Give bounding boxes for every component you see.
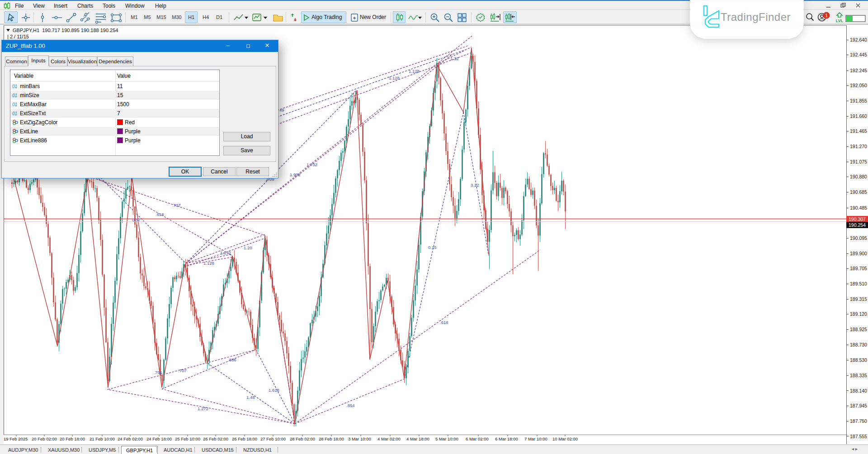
svg-text:26 Feb 02:00: 26 Feb 02:00 [203,436,228,441]
svg-text:1.20: 1.20 [244,245,252,250]
svg-text:0.15: 0.15 [428,245,437,250]
svg-text:1.48: 1.48 [246,395,255,400]
svg-text:.707: .707 [172,203,181,208]
svg-text:1.272: 1.272 [220,250,231,255]
svg-text:190.095: 190.095 [850,235,867,241]
svg-text:49: 49 [279,108,284,112]
svg-text:1.128: 1.128 [203,261,214,266]
svg-text:189.900: 189.900 [850,251,867,256]
svg-text:188.925: 188.925 [850,327,867,332]
svg-text:189.705: 189.705 [850,266,867,271]
svg-text:1.902: 1.902 [290,172,301,177]
svg-text:4 Mar 02:00: 4 Mar 02:00 [377,436,401,441]
svg-text:191.660: 191.660 [850,113,867,119]
svg-text:20 Feb 02:00: 20 Feb 02:00 [32,436,57,441]
svg-text:.756: .756 [154,370,162,375]
svg-text:191.465: 191.465 [850,128,867,134]
svg-text:19 Feb 2025: 19 Feb 2025 [4,436,28,441]
svg-text:GBPJPY,H1 190.717 190.895 190: GBPJPY,H1 190.717 190.895 190.188 190.25… [13,28,118,33]
svg-text:7 Mar 10:00: 7 Mar 10:00 [524,436,547,441]
svg-text:01: 01 [12,102,17,107]
svg-text:1.732: 1.732 [307,162,317,167]
svg-text:187.750: 187.750 [850,418,867,424]
svg-text:189.315: 189.315 [850,296,867,302]
svg-text:01: 01 [12,84,17,89]
svg-text:| 2 / 11/15: | 2 / 11/15 [7,34,29,39]
svg-text:10 Mar 02:00: 10 Mar 02:00 [552,436,578,441]
svg-text:191.855: 191.855 [850,98,867,103]
svg-text:190.880: 190.880 [850,174,867,179]
svg-text:01: 01 [12,93,17,98]
svg-text:4 Mar 18:00: 4 Mar 18:00 [406,436,429,441]
svg-text:188.140: 188.140 [850,388,867,393]
svg-text:190.685: 190.685 [850,189,867,195]
svg-text:1.128: 1.128 [389,75,400,80]
svg-text:20 Feb 18:00: 20 Feb 18:00 [60,436,85,441]
svg-text:24 Feb 02:00: 24 Feb 02:00 [118,436,143,441]
svg-text:187.945: 187.945 [850,403,867,408]
svg-text:24 Feb 18:00: 24 Feb 18:00 [146,436,172,441]
svg-text:28 Feb 18:00: 28 Feb 18:00 [319,436,344,441]
svg-text:.618: .618 [440,320,448,325]
svg-text:27 Feb 10:00: 27 Feb 10:00 [260,436,286,441]
svg-text:28 Feb 02:00: 28 Feb 02:00 [290,436,315,441]
svg-text:25 Feb 10:00: 25 Feb 10:00 [175,436,200,441]
svg-text:0.57: 0.57 [132,217,141,222]
svg-text:3.22: 3.22 [471,183,479,187]
svg-text:5 Mar 10:00: 5 Mar 10:00 [435,436,458,441]
svg-text:188.335: 188.335 [850,373,867,378]
svg-text:192.245: 192.245 [850,68,867,73]
svg-text:.886: .886 [228,357,236,362]
svg-text:3 Mar 10:00: 3 Mar 10:00 [348,436,371,441]
svg-text:191.075: 191.075 [850,159,867,164]
svg-text:191.270: 191.270 [850,144,867,149]
svg-text:192.640: 192.640 [850,37,867,42]
svg-text:192.445: 192.445 [850,52,867,57]
svg-text:01: 01 [12,111,17,116]
svg-text:21 Feb 10:00: 21 Feb 10:00 [90,436,115,441]
svg-text:1.618: 1.618 [269,388,279,393]
svg-text:187.555: 187.555 [850,434,867,439]
svg-text:.854: .854 [346,403,355,408]
svg-text:1.272: 1.272 [198,406,208,411]
svg-text:189.510: 189.510 [850,281,867,286]
svg-text:6 Mar 18:00: 6 Mar 18:00 [495,436,518,441]
svg-text:26 Feb 18:00: 26 Feb 18:00 [232,436,257,441]
svg-text:1.128: 1.128 [409,69,420,74]
svg-text:.618: .618 [156,212,164,217]
svg-text:192.050: 192.050 [850,83,867,88]
svg-text:190.307: 190.307 [849,216,866,222]
svg-text:188.530: 188.530 [850,357,867,363]
svg-text:.707: .707 [178,368,187,373]
svg-text:189.120: 189.120 [850,311,867,317]
svg-text:6 Mar 02:00: 6 Mar 02:00 [466,436,489,441]
svg-text:190.254: 190.254 [849,222,866,228]
svg-text:188.730: 188.730 [850,342,867,347]
svg-text:190.485: 190.485 [850,205,867,211]
svg-text:1.32: 1.32 [450,56,459,61]
